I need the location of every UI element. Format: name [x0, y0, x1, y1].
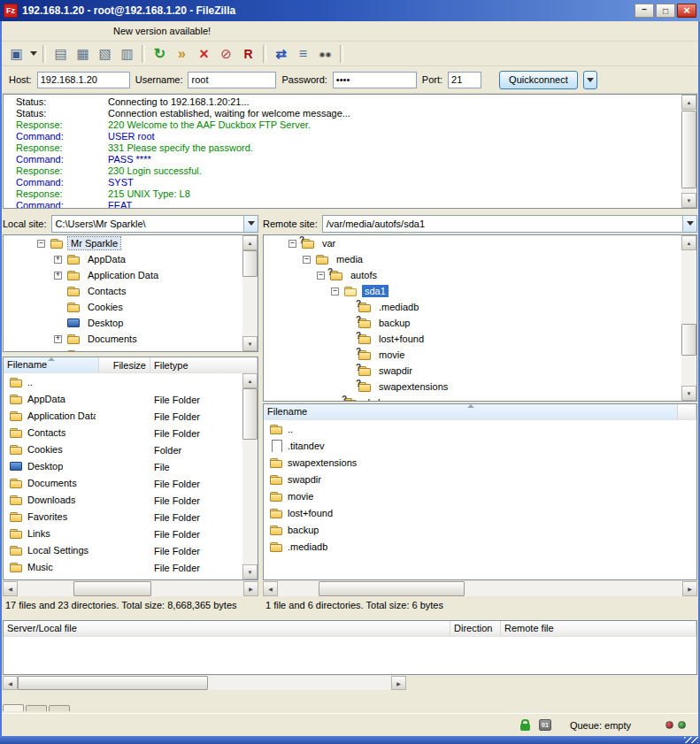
Local Settings[interactable]: Local Settings File Folder: [4, 541, 258, 558]
Contacts[interactable]: Contacts File Folder: [4, 424, 258, 441]
scroll-up-icon[interactable]: [242, 235, 258, 250]
..[interactable]: ..: [264, 420, 696, 437]
find-files-button[interactable]: [314, 43, 336, 65]
chevron-down-icon[interactable]: [682, 216, 696, 232]
cancel-button[interactable]: [193, 43, 215, 65]
password-input[interactable]: [333, 72, 417, 88]
Documents[interactable]: Documents File Folder: [4, 474, 258, 491]
Music[interactable]: Music File Folder: [4, 558, 258, 575]
site-manager-dropdown[interactable]: [27, 43, 39, 65]
movie[interactable]: movie: [264, 347, 696, 363]
close-button[interactable]: [677, 4, 696, 18]
tree-expander-icon[interactable]: [37, 240, 45, 248]
backup[interactable]: backup: [264, 521, 696, 538]
tree-expander-icon[interactable]: [54, 272, 62, 280]
chevron-down-icon[interactable]: [243, 216, 258, 232]
Downloads[interactable]: Downloads: [4, 347, 258, 352]
Contacts[interactable]: Contacts: [4, 283, 258, 299]
swapdir[interactable]: swapdir: [264, 471, 696, 487]
Desktop[interactable]: Desktop File: [4, 457, 258, 474]
scroll-up-icon[interactable]: [681, 95, 696, 110]
scroll-down-icon[interactable]: [242, 336, 258, 351]
menu-transfer[interactable]: [48, 28, 62, 34]
column-header-server-local-file[interactable]: Server/Local file: [4, 621, 450, 636]
lost+found[interactable]: lost+found: [264, 331, 696, 347]
tab-queued-files[interactable]: [3, 704, 24, 711]
column-header-remote-file[interactable]: Remote file: [501, 621, 696, 636]
dvd[interactable]: dvd: [264, 395, 696, 402]
username-input[interactable]: [188, 72, 276, 88]
tree-expander-icon[interactable]: [54, 256, 62, 264]
lost+found[interactable]: lost+found: [264, 504, 696, 521]
queue-hscrollbar[interactable]: [3, 676, 406, 690]
.mediadb[interactable]: .mediadb: [264, 299, 696, 315]
directory-comparison-button[interactable]: [270, 43, 292, 65]
scroll-left-icon[interactable]: [3, 676, 18, 690]
Documents[interactable]: Documents: [4, 331, 258, 347]
synchronized-browsing-button[interactable]: [292, 43, 314, 65]
new-version-notice[interactable]: New version available!: [104, 26, 211, 36]
Favorites[interactable]: Favorites File Folder: [4, 508, 258, 525]
swapextensions[interactable]: swapextensions: [264, 454, 696, 471]
tree-expander-icon[interactable]: [54, 351, 62, 353]
disconnect-button[interactable]: [215, 43, 237, 65]
scroll-left-icon[interactable]: [3, 581, 18, 596]
autofs[interactable]: autofs: [264, 267, 696, 283]
tree-expander-icon[interactable]: [54, 335, 62, 343]
Desktop[interactable]: Desktop: [4, 315, 258, 331]
scroll-thumb[interactable]: [242, 388, 258, 440]
Mr Sparkle[interactable]: Mr Sparkle: [4, 235, 258, 251]
local-list-vscrollbar[interactable]: [242, 373, 258, 579]
menu-help[interactable]: [90, 28, 104, 34]
Cookies[interactable]: Cookies: [4, 299, 258, 315]
toggle-local-tree-button[interactable]: [72, 43, 94, 65]
maximize-button[interactable]: [656, 4, 675, 18]
AppData[interactable]: AppData: [4, 251, 258, 267]
Links[interactable]: Links File Folder: [4, 525, 258, 541]
tree-expander-icon[interactable]: [331, 288, 339, 295]
remote-tree-scrollbar[interactable]: [681, 235, 696, 401]
Downloads[interactable]: Downloads File Folder: [4, 491, 258, 508]
movie[interactable]: movie: [264, 487, 696, 504]
local-tree-scrollbar[interactable]: [242, 235, 258, 351]
scroll-down-icon[interactable]: [242, 564, 258, 579]
scroll-right-icon[interactable]: [391, 676, 406, 690]
resize-grip[interactable]: [684, 737, 698, 743]
menu-edit[interactable]: [19, 28, 34, 34]
AppData[interactable]: AppData File Folder: [4, 390, 258, 407]
Application Data[interactable]: Application Data File Folder: [4, 407, 258, 424]
scroll-down-icon[interactable]: [681, 386, 696, 401]
sda1[interactable]: sda1: [264, 283, 696, 299]
port-input[interactable]: [448, 72, 481, 88]
quickconnect-dropdown[interactable]: [583, 71, 597, 89]
reconnect-button[interactable]: [237, 43, 259, 65]
menu-file[interactable]: [5, 28, 19, 34]
scroll-thumb[interactable]: [681, 324, 696, 356]
toggle-queue-button[interactable]: [116, 43, 138, 65]
refresh-button[interactable]: [149, 43, 171, 65]
menu-server[interactable]: [62, 28, 76, 34]
.titandev[interactable]: .titandev: [264, 437, 696, 454]
scroll-right-icon[interactable]: [682, 581, 697, 596]
column-header-filesize[interactable]: Filesize: [99, 357, 150, 372]
column-header-direction[interactable]: Direction: [450, 621, 501, 636]
Application Data[interactable]: Application Data: [4, 267, 258, 283]
..[interactable]: ..: [4, 373, 258, 390]
scroll-up-icon[interactable]: [242, 373, 258, 388]
remote-path-combo[interactable]: /var/media/autofs/sda1: [322, 215, 697, 233]
remote-list-hscrollbar[interactable]: [263, 581, 697, 596]
.mediadb[interactable]: .mediadb: [264, 538, 696, 555]
local-list-hscrollbar[interactable]: [3, 581, 258, 596]
column-header-filetype[interactable]: Filetype: [150, 357, 258, 372]
media[interactable]: media: [264, 251, 696, 267]
site-manager-button[interactable]: [5, 43, 27, 65]
tree-expander-icon[interactable]: [288, 240, 296, 248]
quickconnect-button[interactable]: Quickconnect: [499, 71, 578, 89]
menu-view[interactable]: [34, 28, 48, 34]
var[interactable]: var: [264, 235, 696, 251]
toggle-message-log-button[interactable]: [50, 43, 72, 65]
column-header-filename[interactable]: Filename: [4, 357, 99, 372]
scroll-up-icon[interactable]: [681, 235, 696, 250]
host-input[interactable]: [37, 72, 130, 88]
scroll-thumb[interactable]: [319, 581, 465, 596]
